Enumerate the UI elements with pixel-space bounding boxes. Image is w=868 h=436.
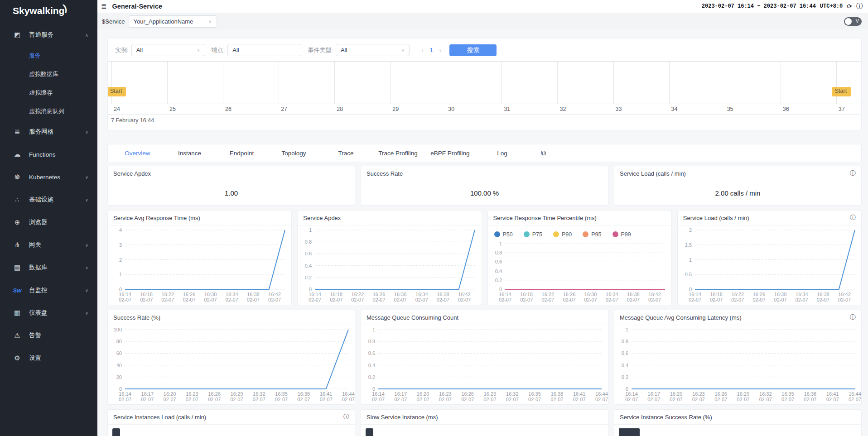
svg-text:0.8: 0.8 bbox=[305, 239, 312, 244]
info-icon[interactable]: ⓘ bbox=[343, 413, 349, 421]
svg-text:02-07: 02-07 bbox=[737, 397, 749, 402]
chart-plot-success-rate[interactable]: 02040608010016:1402-0716:1702-0716:2002-… bbox=[108, 325, 355, 404]
svg-text:02-07: 02-07 bbox=[625, 397, 638, 402]
chart-plot-service-load[interactable]: 00.511.5216:1402-0716:1802-0716:2202-071… bbox=[678, 225, 861, 304]
chart-title: Service Apdex bbox=[303, 215, 341, 221]
info-icon[interactable]: ⓘ bbox=[850, 169, 856, 177]
chart-row-2: Service Avg Response Time (ms)0123416:14… bbox=[108, 211, 861, 305]
service-select[interactable]: Your_ApplicationName ∨ bbox=[129, 15, 217, 28]
tab-instance[interactable]: Instance bbox=[164, 150, 216, 157]
summary-value: 1.00 bbox=[108, 181, 355, 205]
svg-text:16:22: 16:22 bbox=[541, 292, 554, 297]
prev-page-arrow[interactable]: ‹ bbox=[421, 47, 424, 54]
next-page-arrow[interactable]: › bbox=[439, 47, 442, 54]
sidebar-item-gateway[interactable]: ⋔网关∨ bbox=[0, 234, 97, 256]
tab-topology[interactable]: Topology bbox=[268, 150, 320, 157]
svg-text:02-07: 02-07 bbox=[458, 297, 471, 302]
sidebar-item-virtual-database[interactable]: 虚拟数据库 bbox=[0, 65, 97, 83]
svg-text:02-07: 02-07 bbox=[627, 297, 639, 302]
sidebar-item-infrastructure[interactable]: ∴基础设施∨ bbox=[0, 188, 97, 211]
svg-text:02-07: 02-07 bbox=[670, 397, 683, 402]
svg-text:3: 3 bbox=[119, 242, 122, 248]
svg-text:16:26: 16:26 bbox=[208, 391, 221, 397]
timeline-gridline bbox=[613, 62, 614, 104]
chart-plot-service-apdex[interactable]: 00.20.40.60.8116:1402-0716:1802-0716:220… bbox=[298, 225, 481, 304]
legend-item-p95[interactable]: P95 bbox=[583, 231, 601, 238]
tab-overview[interactable]: Overview bbox=[111, 150, 164, 157]
sidebar-item-label: 普通服务 bbox=[29, 31, 53, 39]
legend-item-p99[interactable]: P99 bbox=[612, 231, 631, 238]
chart-plot-service-response-time-percentile[interactable]: 00.20.40.60.8116:1402-0716:1802-0716:220… bbox=[488, 239, 671, 304]
dashboard-tabs: OverviewInstanceEndpointTopologyTraceTra… bbox=[108, 144, 861, 162]
info-icon[interactable]: ⓘ bbox=[850, 313, 856, 321]
sidebar-item-alerting[interactable]: ⚠告警 bbox=[0, 324, 97, 347]
tab-trace[interactable]: Trace bbox=[320, 150, 372, 157]
timeline-tick-label: 29 bbox=[392, 106, 399, 112]
endpoint-filter-input[interactable] bbox=[227, 44, 301, 56]
timeline-event-start[interactable]: Start bbox=[108, 87, 126, 96]
legend-item-p90[interactable]: P90 bbox=[553, 231, 572, 238]
svg-text:0.2: 0.2 bbox=[305, 275, 312, 280]
globe-icon: ⊕ bbox=[12, 218, 23, 226]
service-bar: $Service Your_ApplicationName ∨ V bbox=[97, 13, 868, 29]
sidebar-item-self-observability[interactable]: Sw自监控∨ bbox=[0, 279, 97, 302]
search-button[interactable]: 搜索 bbox=[449, 44, 497, 56]
svg-text:16:26: 16:26 bbox=[183, 292, 196, 297]
timeline-event-start[interactable]: Start bbox=[832, 87, 851, 96]
svg-text:100: 100 bbox=[114, 327, 122, 332]
instance-filter-select[interactable]: All ∨ bbox=[131, 44, 205, 56]
sidebar-item-settings[interactable]: ⚙设置 bbox=[0, 347, 97, 369]
auto-refresh-toggle[interactable]: V bbox=[844, 17, 862, 26]
summary-number: 100.00 bbox=[470, 189, 491, 197]
sidebar-item-service[interactable]: 服务 bbox=[0, 46, 97, 65]
chart-card-message-queue-avg-consuming-latency: Message Queue Avg Consuming Latency (ms)… bbox=[614, 310, 861, 404]
sidebar-item-general-service-group[interactable]: ◩普通服务∧ bbox=[0, 24, 97, 46]
chart-plot-service-avg-response-time[interactable]: 0123416:1402-0716:1802-0716:2202-0716:26… bbox=[108, 225, 291, 304]
current-page[interactable]: 1 bbox=[430, 47, 433, 53]
event-type-filter-value: All bbox=[341, 47, 347, 53]
chart-plot-message-queue-consuming-count[interactable]: 00.20.40.60.8116:1402-0716:1702-0716:200… bbox=[361, 325, 608, 404]
tab-log[interactable]: Log bbox=[476, 150, 528, 157]
service-var-label: $Service bbox=[102, 18, 125, 25]
svg-text:02-07: 02-07 bbox=[759, 397, 772, 402]
sidebar-item-browser[interactable]: ⊕浏览器 bbox=[0, 211, 97, 234]
legend-dot bbox=[494, 231, 500, 237]
event-type-filter-select[interactable]: All ∨ bbox=[336, 44, 410, 56]
svg-text:16:14: 16:14 bbox=[689, 292, 701, 297]
time-range-picker[interactable]: 2023-02-07 16:14 ~ 2023-02-07 16:44 bbox=[702, 3, 816, 10]
sidebar-item-virtual-mq[interactable]: 虚拟消息队列 bbox=[0, 102, 97, 120]
sidebar-item-database[interactable]: ▤数据库∨ bbox=[0, 256, 97, 279]
legend-dot bbox=[524, 231, 530, 237]
tab-ebpf-profiling[interactable]: eBPF Profiling bbox=[424, 150, 476, 157]
sidebar-item-label: 基础设施 bbox=[29, 196, 53, 204]
sidebar-item-functions[interactable]: ☁Functions bbox=[0, 143, 97, 166]
timeline-tick-label: 31 bbox=[504, 106, 510, 112]
filter-row: 实例: All ∨ 端点: 事件类型: All ∨ ‹ 1 › 搜索 bbox=[108, 44, 861, 61]
timeline-gridline bbox=[781, 62, 781, 104]
sidebar-item-dashboards[interactable]: ▦仪表盘∨ bbox=[0, 302, 97, 324]
svg-text:16:44: 16:44 bbox=[342, 391, 355, 397]
legend-item-p50[interactable]: P50 bbox=[494, 231, 513, 238]
card-title-row: Service Instance Success Rate (%) bbox=[614, 410, 861, 425]
tab-trace-profiling[interactable]: Trace Profiling bbox=[372, 150, 424, 157]
tab-endpoint[interactable]: Endpoint bbox=[216, 150, 268, 157]
event-timeline[interactable]: StartStart 2425262728293031323334353637 … bbox=[108, 61, 861, 130]
chart-plot-message-queue-avg-consuming-latency[interactable]: 00.20.40.60.8116:1402-0716:1702-0716:200… bbox=[614, 325, 861, 404]
timeline-chart-area[interactable]: StartStart bbox=[108, 62, 861, 104]
svg-text:02-07: 02-07 bbox=[186, 397, 198, 402]
sidebar-item-kubernetes[interactable]: ☸Kubernetes∨ bbox=[0, 166, 97, 188]
legend-item-p75[interactable]: P75 bbox=[524, 231, 542, 238]
svg-text:0.4: 0.4 bbox=[495, 268, 502, 274]
sidebar-item-virtual-cache[interactable]: 虚拟缓存 bbox=[0, 83, 97, 102]
svg-text:02-07: 02-07 bbox=[647, 397, 660, 402]
chevron-down-icon: ∨ bbox=[208, 19, 212, 24]
sidebar-item-service-mesh[interactable]: ≣服务网格∨ bbox=[0, 120, 97, 143]
svg-text:02-07: 02-07 bbox=[394, 397, 407, 402]
refresh-icon[interactable]: ⟳ bbox=[847, 3, 852, 10]
info-icon[interactable]: ⓘ bbox=[856, 2, 863, 10]
timeline-gridline bbox=[223, 62, 223, 104]
collapse-sidebar-icon[interactable]: ≣ bbox=[101, 2, 107, 10]
copy-icon[interactable]: ⧉ bbox=[541, 149, 546, 157]
sidebar-item-label: 浏览器 bbox=[29, 218, 48, 226]
info-icon[interactable]: ⓘ bbox=[850, 214, 856, 222]
